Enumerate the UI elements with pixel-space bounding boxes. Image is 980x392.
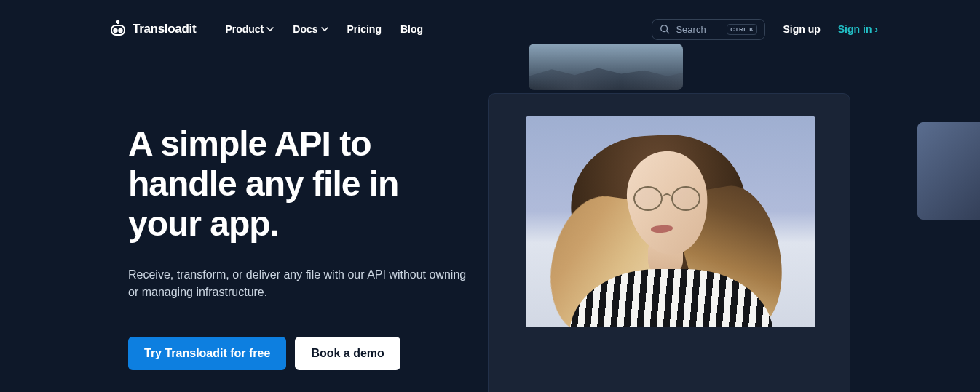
background-card-mountain — [529, 44, 683, 90]
svg-point-7 — [661, 25, 668, 32]
hero-title: A simple API to handle any file in your … — [128, 124, 470, 244]
search-icon — [660, 24, 670, 34]
brand-icon — [109, 20, 127, 38]
chevron-down-icon — [266, 25, 274, 33]
chevron-down-icon — [321, 25, 328, 33]
search-input[interactable]: Search CTRL K — [652, 19, 765, 40]
nav-blog[interactable]: Blog — [400, 23, 423, 35]
header: Transloadit Product Docs Pricing Blog Se… — [0, 0, 980, 44]
svg-point-6 — [120, 30, 122, 31]
brand-text: Transloadit — [133, 22, 196, 36]
svg-line-8 — [667, 31, 670, 34]
nav-label: Docs — [293, 23, 317, 35]
nav-label: Product — [225, 23, 264, 35]
cta-try-free-button[interactable]: Try Transloadit for free — [128, 337, 286, 370]
signup-link[interactable]: Sign up — [783, 23, 820, 35]
hero: A simple API to handle any file in your … — [0, 44, 980, 370]
svg-point-1 — [117, 21, 119, 23]
nav-label: Pricing — [347, 23, 382, 35]
nav-pricing[interactable]: Pricing — [347, 23, 382, 35]
search-shortcut: CTRL K — [727, 24, 757, 35]
signin-link[interactable]: Sign in › — [838, 23, 878, 35]
background-card-abstract — [917, 122, 980, 220]
nav-label: Blog — [400, 23, 423, 35]
nav-docs[interactable]: Docs — [293, 23, 328, 35]
hero-photo — [526, 116, 815, 327]
primary-nav: Product Docs Pricing Blog — [225, 23, 423, 35]
search-placeholder: Search — [676, 24, 721, 35]
hero-subtitle: Receive, transform, or deliver any file … — [128, 266, 470, 303]
cta-book-demo-button[interactable]: Book a demo — [295, 337, 400, 370]
nav-product[interactable]: Product — [225, 23, 274, 35]
brand-logo[interactable]: Transloadit — [109, 20, 196, 38]
svg-point-5 — [115, 30, 116, 31]
hero-illustration — [488, 44, 925, 392]
